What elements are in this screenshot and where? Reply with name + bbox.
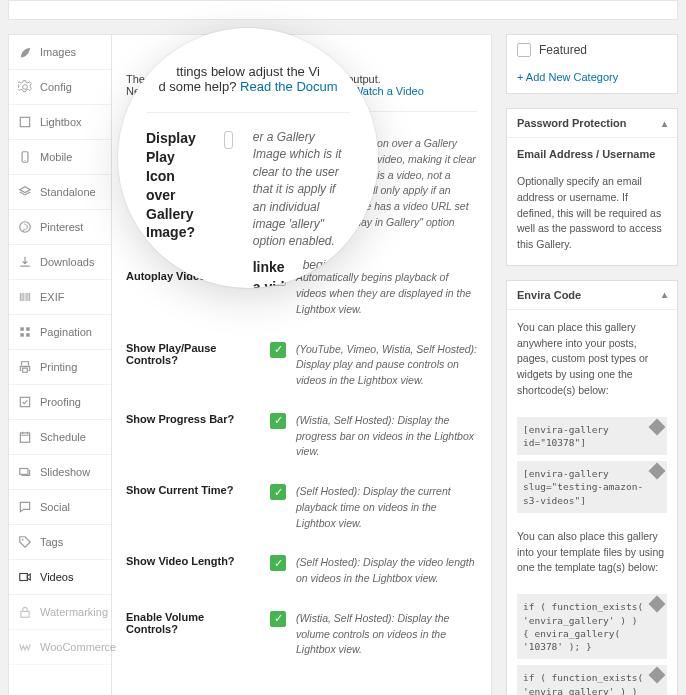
svg-point-2	[24, 160, 25, 161]
print-icon	[18, 360, 32, 374]
download-icon	[18, 255, 32, 269]
sidebar-item-mobile[interactable]: Mobile	[9, 140, 111, 175]
setting-label: Show Play/Pause Controls?	[126, 342, 254, 366]
sidebar-item-label: EXIF	[40, 291, 64, 303]
setting-row: Enable Volume Controls?✓(Wistia, Self Ho…	[126, 601, 477, 672]
sidebar-item-woocommerce[interactable]: WooCommerce	[9, 630, 111, 665]
setting-description: (Wistia, Self Hosted): Display the volum…	[296, 611, 477, 658]
code-box-header[interactable]: Envira Code ▴	[507, 281, 677, 310]
svg-rect-10	[20, 469, 28, 475]
top-whitespace-panel	[8, 0, 678, 20]
svg-rect-5	[26, 327, 30, 331]
setting-checkbox[interactable]: ✓	[270, 555, 286, 571]
sidebar-item-tags[interactable]: Tags	[9, 525, 111, 560]
watch-video-link[interactable]: Watch a Video	[353, 85, 424, 97]
pw-box-header[interactable]: Password Protection ▴	[507, 109, 677, 138]
sidebar-item-lightbox[interactable]: Lightbox	[9, 105, 111, 140]
setting-row: Show Current Time?✓(Self Hosted): Displa…	[126, 474, 477, 545]
pinterest-icon	[18, 220, 32, 234]
setting-label: Show Current Time?	[126, 484, 254, 496]
sidebar-item-label: Slideshow	[40, 466, 90, 478]
template-tag-id[interactable]: if ( function_exists( 'envira_gallery' )…	[517, 594, 667, 659]
gear-icon	[18, 80, 32, 94]
sidebar-item-printing[interactable]: Printing	[9, 350, 111, 385]
setting-row: Show Play/Pause Controls?✓(YouTube, Vime…	[126, 332, 477, 403]
zoom-doc-link[interactable]: Read the Docum	[240, 79, 338, 94]
tag-icon	[649, 667, 666, 684]
setting-checkbox[interactable]: ✓	[270, 342, 286, 358]
sidebar-item-exif[interactable]: EXIF	[9, 280, 111, 315]
setting-label: Enable Volume Controls?	[126, 611, 254, 635]
setting-checkbox[interactable]: ✓	[270, 484, 286, 500]
setting-checkbox[interactable]: ✓	[270, 413, 286, 429]
sidebar-item-label: Images	[40, 46, 76, 58]
sidebar-item-watermarking[interactable]: Watermarking	[9, 595, 111, 630]
sidebar-item-proofing[interactable]: Proofing	[9, 385, 111, 420]
setting-description: (Self Hosted): Display the video length …	[296, 555, 477, 587]
setting-description: (YouTube, Vimeo, Wistia, Self Hosted): D…	[296, 342, 477, 389]
sidebar-item-schedule[interactable]: Schedule	[9, 420, 111, 455]
sidebar-item-pinterest[interactable]: Pinterest	[9, 210, 111, 245]
lock-icon	[18, 605, 32, 619]
sidebar-item-label: Printing	[40, 361, 77, 373]
setting-description: Automatically begins playback of videos …	[296, 270, 477, 317]
sidebar-item-label: Lightbox	[40, 116, 82, 128]
shortcode-slug[interactable]: [envira-gallery slug="testing-amazon-s3-…	[517, 461, 667, 513]
shortcode-id[interactable]: [envira-gallery id="10378"]	[517, 417, 667, 456]
magnifier-overlay: ttings below adjust the Vi d some help? …	[118, 28, 378, 288]
sidebar-item-images[interactable]: Images	[9, 35, 111, 70]
sidebar-item-standalone[interactable]: Standalone	[9, 175, 111, 210]
square-icon	[18, 115, 32, 129]
sidebar-item-label: Standalone	[40, 186, 96, 198]
template-tag-slug[interactable]: if ( function_exists( 'envira_gallery' )…	[517, 665, 667, 695]
zoom-checkbox[interactable]	[224, 131, 233, 149]
check-icon	[18, 395, 32, 409]
chat-icon	[18, 500, 32, 514]
video-icon	[18, 570, 32, 584]
sidebar-item-videos[interactable]: Videos	[9, 560, 111, 595]
pw-subhead: Email Address / Username	[507, 138, 677, 164]
setting-description: (Wistia, Self Hosted): Display the progr…	[296, 413, 477, 460]
code-desc-b: You can also place this gallery into you…	[507, 519, 677, 588]
barcode-icon	[18, 290, 32, 304]
sidebar-item-label: Videos	[40, 571, 73, 583]
pw-description: Optionally specify an email address or u…	[507, 164, 677, 265]
tag-icon	[649, 463, 666, 480]
sidebar-item-pagination[interactable]: Pagination	[9, 315, 111, 350]
sidebar-item-config[interactable]: Config	[9, 70, 111, 105]
svg-rect-9	[20, 433, 29, 442]
setting-description: (Self Hosted): Display the current playb…	[296, 484, 477, 531]
sidebar-item-slideshow[interactable]: Slideshow	[9, 455, 111, 490]
svg-rect-6	[20, 333, 24, 337]
layers-icon	[18, 185, 32, 199]
svg-rect-4	[20, 327, 24, 331]
setting-checkbox[interactable]: ✓	[270, 611, 286, 627]
slides-icon	[18, 465, 32, 479]
featured-label: Featured	[539, 43, 587, 57]
sidebar-item-label: Social	[40, 501, 70, 513]
sidebar-item-label: Downloads	[40, 256, 94, 268]
sidebar-item-label: WooCommerce	[40, 641, 116, 653]
svg-rect-0	[20, 117, 29, 126]
featured-checkbox-row[interactable]: Featured	[507, 35, 677, 65]
sidebar-item-social[interactable]: Social	[9, 490, 111, 525]
featured-checkbox[interactable]	[517, 43, 531, 57]
setting-row: Show Video Length?✓(Self Hosted): Displa…	[126, 545, 477, 601]
sidebar-item-label: Watermarking	[40, 606, 108, 618]
leaf-icon	[18, 45, 32, 59]
woo-icon	[18, 640, 32, 654]
setting-row: Show Progress Bar?✓(Wistia, Self Hosted)…	[126, 403, 477, 474]
chevron-up-icon[interactable]: ▴	[662, 289, 667, 300]
svg-rect-13	[21, 611, 29, 617]
tag-icon	[649, 418, 666, 435]
svg-rect-12	[20, 574, 28, 581]
chevron-up-icon[interactable]: ▴	[662, 118, 667, 129]
add-new-category-link[interactable]: + Add New Category	[507, 65, 677, 93]
code-desc-a: You can place this gallery anywhere into…	[507, 310, 677, 411]
calendar-icon	[18, 430, 32, 444]
grid-icon	[18, 325, 32, 339]
svg-point-11	[22, 539, 24, 541]
sidebar-item-downloads[interactable]: Downloads	[9, 245, 111, 280]
categories-box: Featured + Add New Category	[506, 34, 678, 94]
mobile-icon	[18, 150, 32, 164]
